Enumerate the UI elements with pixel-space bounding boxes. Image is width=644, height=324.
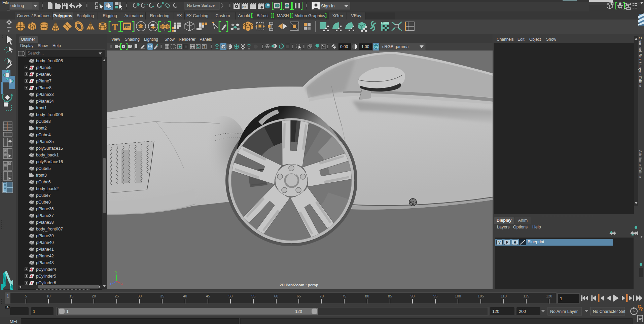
svg-text:sRGB gamma: sRGB gamma — [382, 44, 409, 49]
svg-text:pCube4: pCube4 — [36, 133, 51, 137]
svg-text:120: 120 — [492, 309, 499, 314]
svg-text:1: 1 — [66, 309, 69, 314]
svg-text:105: 105 — [478, 294, 484, 298]
svg-text:90: 90 — [410, 294, 415, 298]
svg-text:pPlane42: pPlane42 — [36, 254, 54, 258]
svg-text:pPlane5: pPlane5 — [36, 65, 51, 70]
svg-text:120: 120 — [546, 294, 552, 298]
svg-text:pPlane8: pPlane8 — [36, 85, 51, 90]
svg-text:T: T — [203, 45, 205, 49]
svg-text:body_front006: body_front006 — [36, 112, 63, 117]
svg-text:T: T — [112, 22, 118, 32]
svg-text:1: 1 — [33, 309, 35, 314]
svg-text:pCylinder5: pCylinder5 — [36, 274, 56, 279]
svg-text:pCube3: pCube3 — [36, 119, 51, 124]
svg-text:65: 65 — [297, 294, 301, 298]
svg-text:25: 25 — [115, 294, 119, 298]
svg-text:1: 1 — [7, 294, 9, 298]
svg-text:pPlane41: pPlane41 — [36, 247, 54, 252]
svg-text:pPlane43: pPlane43 — [36, 260, 54, 265]
svg-text:pCube7: pCube7 — [36, 193, 51, 198]
svg-text:85: 85 — [388, 294, 392, 298]
svg-text:body_front007: body_front007 — [36, 227, 63, 231]
svg-text:body_front005: body_front005 — [36, 59, 63, 63]
svg-text:pPlane40: pPlane40 — [36, 240, 54, 245]
svg-text:front3: front3 — [36, 173, 47, 178]
svg-text:pPlane34: pPlane34 — [36, 99, 54, 104]
svg-text:1: 1 — [560, 296, 562, 301]
svg-text:ON: ON — [374, 46, 378, 48]
svg-text:45: 45 — [206, 294, 210, 298]
svg-text:55: 55 — [251, 294, 255, 298]
svg-text:2D Pan/Zoom : persp: 2D Pan/Zoom : persp — [280, 283, 318, 287]
svg-text:pPlane7: pPlane7 — [36, 79, 51, 83]
svg-text:x: x — [121, 282, 123, 285]
svg-text:pPlane39: pPlane39 — [36, 233, 54, 238]
svg-text:pPlane36: pPlane36 — [36, 207, 54, 211]
svg-text:y: y — [115, 270, 117, 274]
svg-text:pPlane38: pPlane38 — [36, 220, 54, 225]
svg-text:pPlane33: pPlane33 — [36, 92, 54, 97]
svg-text:body_back1: body_back1 — [36, 153, 59, 157]
svg-text:110: 110 — [501, 294, 507, 298]
svg-text:20: 20 — [92, 294, 96, 298]
svg-text:front2: front2 — [36, 126, 47, 131]
svg-text:pCube8: pCube8 — [36, 200, 51, 205]
svg-text:100: 100 — [455, 294, 461, 298]
svg-text:95: 95 — [433, 294, 437, 298]
svg-text:No Character Set: No Character Set — [593, 309, 625, 314]
svg-text:polySurface16: polySurface16 — [36, 159, 63, 164]
svg-text:1: 1 — [6, 306, 9, 309]
svg-text:0.00: 0.00 — [340, 44, 348, 49]
svg-text:115: 115 — [523, 294, 529, 298]
svg-text:polySurface15: polySurface15 — [36, 146, 63, 151]
svg-text:z: z — [110, 282, 111, 285]
svg-text:15: 15 — [69, 294, 73, 298]
svg-text:120: 120 — [295, 309, 302, 314]
svg-text:70: 70 — [320, 294, 324, 298]
svg-text:pCube6: pCube6 — [36, 180, 51, 184]
svg-text:IPR: IPR — [242, 6, 247, 9]
svg-text:200: 200 — [519, 309, 526, 314]
svg-text:80: 80 — [365, 294, 369, 298]
svg-text:body_back2: body_back2 — [36, 186, 59, 191]
svg-text:30: 30 — [138, 294, 142, 298]
svg-text:pPlane35: pPlane35 — [36, 139, 54, 144]
svg-text:35: 35 — [160, 294, 164, 298]
svg-text:No Anim Layer: No Anim Layer — [550, 309, 578, 314]
svg-text:40: 40 — [183, 294, 187, 298]
svg-text:1.00: 1.00 — [361, 44, 369, 49]
svg-text:pCylinder4: pCylinder4 — [36, 267, 56, 272]
svg-text:75: 75 — [342, 294, 346, 298]
svg-text:No Live Surface: No Live Surface — [187, 3, 215, 7]
svg-text:pCube5: pCube5 — [36, 166, 51, 171]
svg-text:50: 50 — [228, 294, 232, 298]
svg-text:10: 10 — [46, 294, 50, 298]
svg-text:front1: front1 — [36, 106, 47, 110]
svg-text:pPlane6: pPlane6 — [36, 72, 51, 77]
svg-text:5: 5 — [25, 294, 27, 298]
svg-text:60: 60 — [274, 294, 278, 298]
svg-text:pPlane37: pPlane37 — [36, 213, 54, 218]
svg-text:svg: svg — [125, 25, 130, 28]
